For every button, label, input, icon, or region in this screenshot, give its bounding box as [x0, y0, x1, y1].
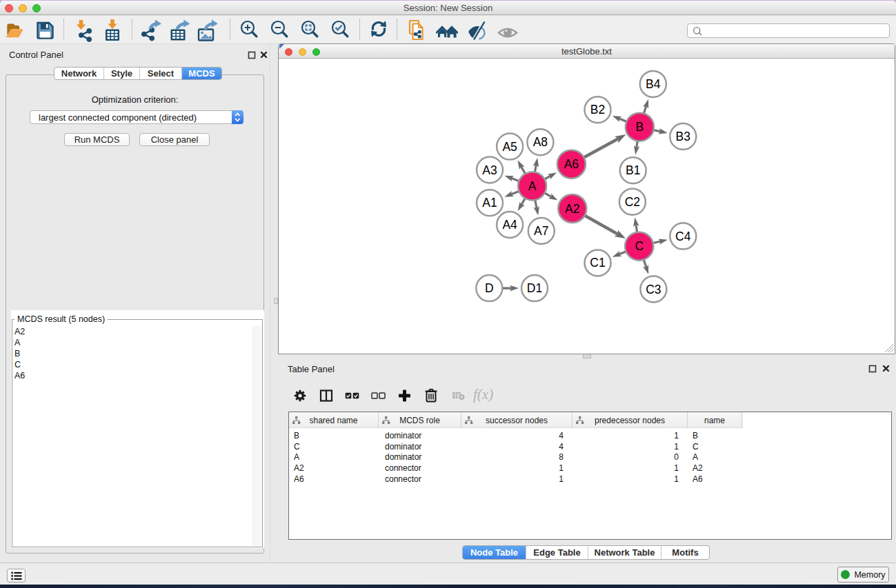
svg-text:A4: A4	[502, 218, 517, 232]
svg-text:B: B	[636, 120, 644, 134]
svg-text:C3: C3	[646, 283, 661, 296]
svg-text:D: D	[485, 281, 494, 295]
svg-text:B3: B3	[676, 130, 690, 143]
svg-text:B2: B2	[590, 103, 605, 116]
svg-text:A7: A7	[534, 224, 548, 238]
svg-text:A: A	[528, 179, 537, 193]
svg-text:C2: C2	[625, 195, 640, 209]
svg-text:A1: A1	[482, 196, 497, 210]
svg-text:A2: A2	[565, 202, 579, 216]
svg-text:D1: D1	[527, 281, 542, 295]
svg-text:A3: A3	[482, 163, 497, 177]
svg-text:A8: A8	[533, 135, 548, 149]
svg-text:C: C	[635, 239, 644, 253]
svg-text:C4: C4	[675, 230, 691, 243]
svg-text:A5: A5	[502, 140, 517, 154]
svg-text:B4: B4	[646, 77, 661, 91]
svg-text:C1: C1	[590, 256, 605, 270]
svg-text:B1: B1	[626, 163, 640, 177]
svg-text:A6: A6	[564, 157, 579, 171]
